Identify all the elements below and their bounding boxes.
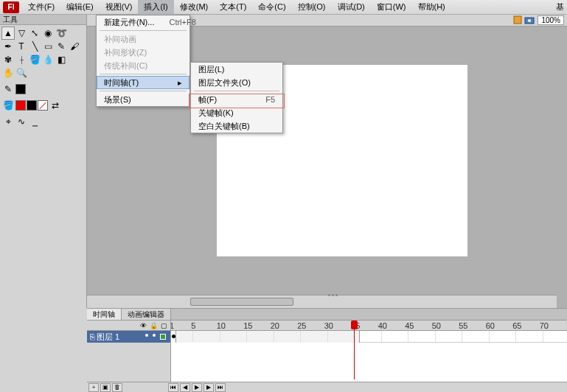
first-frame-button[interactable]: ⏮ [168, 383, 178, 392]
layer-vis-dot[interactable] [145, 334, 148, 337]
menu-item-label: 场景(S) [104, 94, 131, 105]
menu-help[interactable]: 帮助(H) [412, 0, 451, 15]
hand-tool-icon[interactable]: ✋ [1, 66, 15, 80]
timeline-tabs: 时间轴 动画编辑器 [87, 309, 567, 321]
straighten-tool-icon[interactable]: ⎯ [28, 115, 41, 128]
menu-item-label: 新建元件(N)... [104, 17, 154, 28]
menu-scene[interactable]: 场景(S) [97, 93, 189, 106]
menu-timeline[interactable]: 时间轴(T) ▸ [97, 76, 189, 89]
menu-debug[interactable]: 调试(D) [332, 0, 371, 15]
menu-item-label: 补间动画 [104, 34, 136, 45]
fill-color-swatch[interactable] [15, 100, 26, 111]
text-tool-icon[interactable]: T [15, 40, 28, 53]
layer-row[interactable]: ⎘ 图层 1 [87, 331, 170, 343]
outline-icon[interactable]: ▢ [160, 322, 167, 329]
playhead[interactable] [354, 321, 355, 379]
zoom-tool-icon[interactable]: 🔍 [15, 66, 28, 80]
insert-menu-dropdown: 新建元件(N)... Ctrl+F8 补间动画 补间形状(Z) 传统补间(C) … [96, 15, 190, 107]
menu-item-label: 时间轴(T) [104, 77, 139, 88]
rectangle-tool-icon[interactable]: ▭ [41, 40, 55, 53]
deco-tool-icon[interactable]: ✾ [1, 53, 15, 66]
menu-classic-tween: 传统补间(C) [97, 59, 189, 72]
menu-window[interactable]: 窗口(W) [371, 0, 412, 15]
lock-icon[interactable]: 🔒 [150, 322, 157, 329]
layer-outline-sq[interactable] [160, 334, 166, 340]
stroke-color-swatch[interactable] [15, 84, 26, 94]
last-frame-button[interactable]: ⏭ [215, 383, 226, 392]
timeline-controls: + ▣ 🗑 ⏮ ◀ ▶ ▶ ⏭ [87, 382, 567, 392]
swap-icon[interactable]: ⇄ [49, 99, 62, 112]
new-folder-button[interactable]: ▣ [100, 383, 111, 392]
menu-bar: Fl 文件(F) 编辑(E) 视图(V) 插入(I) 修改(M) 文本(T) 命… [0, 0, 567, 15]
timeline-track[interactable] [171, 331, 567, 343]
menu-control[interactable]: 控制(O) [292, 0, 332, 15]
timeline-submenu-dropdown: 图层(L) 图层文件夹(O) 帧(F) F5 关键帧(K) 空白关键帧(B) [190, 62, 283, 133]
frame-span[interactable] [171, 331, 360, 343]
lasso-tool-icon[interactable]: ➰ [55, 27, 68, 40]
brush-tool-icon[interactable]: 🖌 [68, 40, 81, 53]
line-tool-icon[interactable]: ╲ [28, 40, 41, 53]
delete-layer-button[interactable]: 🗑 [112, 383, 122, 392]
tab-timeline[interactable]: 时间轴 [87, 309, 122, 320]
submenu-arrow-icon: ▸ [163, 78, 182, 88]
pen-tool-icon[interactable]: ✒ [1, 40, 15, 53]
play-button[interactable]: ▶ [192, 383, 202, 392]
menu-shortcut: F5 [251, 95, 275, 104]
prev-frame-button[interactable]: ◀ [180, 383, 190, 392]
menu-new-symbol[interactable]: 新建元件(N)... Ctrl+F8 [97, 15, 189, 29]
menu-item-label: 图层文件夹(O) [198, 77, 251, 88]
paint-bucket-tool-icon[interactable]: 🪣 [28, 53, 41, 66]
horizontal-scrollbar[interactable] [87, 295, 557, 308]
menu-edit[interactable]: 编辑(E) [60, 0, 100, 15]
no-color-icon[interactable] [38, 100, 48, 111]
app-logo: Fl [3, 1, 19, 13]
3d-rotation-tool-icon[interactable]: ◉ [41, 27, 55, 40]
pencil-tool-icon[interactable]: ✎ [55, 40, 68, 53]
svg-point-2 [528, 19, 531, 22]
smooth-tool-icon[interactable]: ∿ [15, 115, 28, 128]
timeline-frames[interactable]: 1510152025303540455055606570758085909510… [171, 321, 567, 382]
publish-icon[interactable] [512, 15, 523, 25]
layer-icon: ⎘ [90, 332, 95, 341]
eyedropper-tool-icon[interactable]: 💧 [41, 53, 55, 66]
swap-colors-icon[interactable] [27, 100, 37, 111]
free-transform-tool-icon[interactable]: ⤡ [28, 27, 41, 40]
new-layer-button[interactable]: + [88, 383, 99, 392]
submenu-frame[interactable]: 帧(F) F5 [191, 93, 282, 106]
stroke-pencil-icon: ✎ [1, 83, 15, 96]
bone-tool-icon[interactable]: ⟊ [15, 53, 28, 66]
submenu-layer-folder[interactable]: 图层文件夹(O) [191, 76, 282, 89]
camera-icon[interactable] [524, 15, 535, 25]
timeline-ruler[interactable]: 1510152025303540455055606570758085909510… [171, 321, 567, 331]
menu-text[interactable]: 文本(T) [214, 0, 252, 15]
menu-insert[interactable]: 插入(I) [138, 0, 173, 15]
snap-tool-icon[interactable]: ⌖ [1, 115, 15, 128]
menu-file[interactable]: 文件(F) [22, 0, 60, 15]
visibility-icon[interactable]: 👁 [139, 322, 147, 329]
layer-lock-dot[interactable] [153, 334, 156, 337]
fill-color-row: 🪣 ⇄ [0, 97, 86, 113]
tab-motion-editor[interactable]: 动画编辑器 [122, 309, 171, 320]
submenu-blank-keyframe[interactable]: 空白关键帧(B) [191, 119, 282, 133]
menu-item-label: 空白关键帧(B) [198, 121, 250, 132]
eraser-tool-icon[interactable]: ◧ [55, 53, 68, 66]
scrollbar-handle[interactable] [190, 298, 293, 306]
layer-name: 图层 1 [97, 332, 119, 343]
timeline-panel: 时间轴 动画编辑器 👁 🔒 ▢ ⎘ 图层 1 15101520253035404… [87, 308, 567, 392]
menu-commands[interactable]: 命令(C) [252, 0, 291, 15]
menu-item-label: 关键帧(K) [198, 108, 234, 119]
selection-tool-icon[interactable]: ▲ [1, 27, 15, 40]
next-frame-button[interactable]: ▶ [204, 383, 214, 392]
zoom-field[interactable]: 100% [538, 15, 564, 25]
zoom-controls: 100% [512, 15, 564, 25]
menu-modify[interactable]: 修改(M) [174, 0, 215, 15]
subselect-tool-icon[interactable]: ▽ [15, 27, 28, 40]
fill-bucket-icon: 🪣 [1, 99, 15, 112]
timeline-layers: 👁 🔒 ▢ ⎘ 图层 1 [87, 321, 171, 382]
menu-view[interactable]: 视图(V) [100, 0, 139, 15]
keyframe-1[interactable] [171, 331, 176, 343]
submenu-keyframe[interactable]: 关键帧(K) [191, 106, 282, 119]
menu-item-label: 图层(L) [198, 64, 224, 75]
menu-item-label: 补间形状(Z) [104, 47, 147, 58]
submenu-layer[interactable]: 图层(L) [191, 63, 282, 76]
